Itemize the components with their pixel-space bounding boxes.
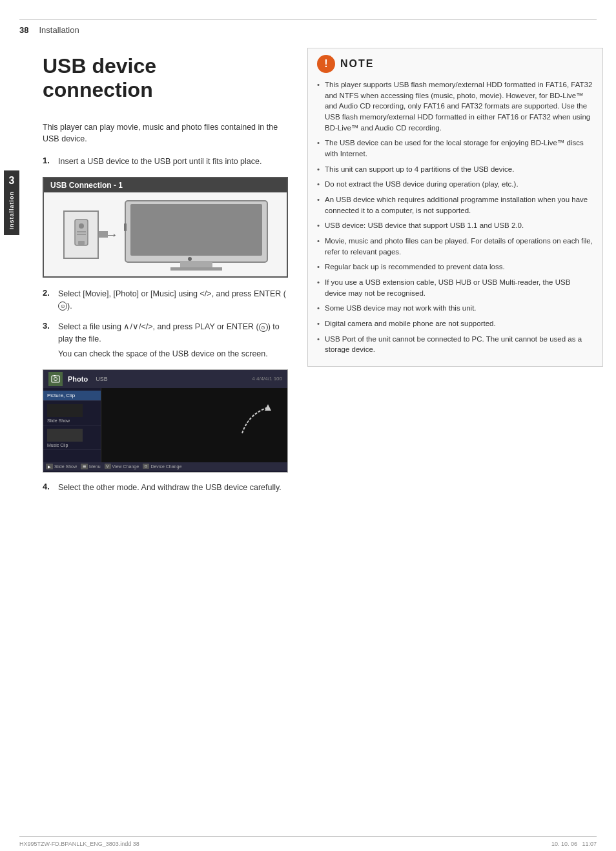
section-title: USB deviceconnection: [43, 54, 288, 102]
note-header: ! NOTE: [317, 55, 593, 73]
page-number: 38: [19, 25, 28, 35]
photo-body: Picture, Clip Slide Show Music Clip: [43, 388, 287, 462]
connection-arrow: →: [105, 227, 118, 241]
main-content: 3 Installation USB deviceconnection This…: [0, 41, 616, 676]
tv-svg: [119, 198, 274, 275]
note-icon: !: [317, 55, 335, 73]
photo-footer-menu: ☰ Menu: [81, 464, 101, 469]
photo-arrow-indicator: [236, 401, 274, 442]
svg-rect-11: [52, 376, 59, 382]
chapter-number: 3: [9, 176, 15, 186]
step-4-text: Select the other mode. And withdraw the …: [58, 482, 282, 494]
photo-footer-view: V View Change: [105, 464, 139, 469]
svg-point-9: [188, 257, 192, 261]
left-column: USB deviceconnection This player can pla…: [23, 41, 301, 676]
note-title: NOTE: [340, 58, 374, 70]
step-3: 3. Select a file using ∧/∨/</>, and pres…: [43, 321, 288, 360]
arrow-svg: [236, 401, 274, 440]
note-item-1: This player supports USB flash memory/ex…: [317, 79, 593, 133]
svg-rect-10: [124, 223, 127, 231]
note-item-11: Digital camera and mobile phone are not …: [317, 318, 593, 329]
page-wrapper: 38 Installation 3 Installation USB devic…: [0, 0, 616, 851]
photo-footer-slideshow: ▶ Slide Show: [46, 464, 77, 469]
note-item-3: This unit can support up to 4 partitions…: [317, 164, 593, 175]
header-row: 38 Installation: [0, 20, 616, 35]
note-item-5: An USB device which requires additional …: [317, 194, 593, 216]
step-1-num: 1.: [43, 156, 56, 168]
note-item-8: Regular back up is recommended to preven…: [317, 261, 593, 272]
key-menu: ☰: [81, 464, 88, 469]
page-footer: HX995TZW-FD.BPANLLK_ENG_3803.indd 38 10.…: [19, 836, 597, 851]
note-item-4: Do not extract the USB device during ope…: [317, 179, 593, 190]
photo-stats: 4 4/4/4/1 100: [252, 376, 282, 382]
step-3-text: Select a file using ∧/∨/</>, and press P…: [58, 321, 288, 360]
key-device: D: [143, 464, 149, 469]
svg-marker-14: [265, 404, 271, 411]
chapter-title: Installation: [39, 25, 79, 35]
step-1: 1. Insert a USB device to the USB port u…: [43, 156, 288, 168]
note-item-2: The USB device can be used for the local…: [317, 138, 593, 159]
step-3-num: 3.: [43, 321, 56, 360]
step-2-num: 2.: [43, 288, 56, 313]
photo-header-bar: Photo USB 4 4/4/4/1 100: [43, 370, 287, 388]
key-view: V: [105, 464, 111, 469]
step-4: 4. Select the other mode. And withdraw t…: [43, 482, 288, 494]
svg-point-12: [54, 377, 57, 380]
photo-sidebar-item-2: Slide Show: [43, 402, 101, 425]
step-1-text: Insert a USB device to the USB port unti…: [58, 156, 262, 168]
svg-rect-6: [130, 204, 262, 256]
photo-title: Photo: [68, 375, 88, 383]
photo-footer-bar: ▶ Slide Show ☰ Menu V View Change D Devi…: [43, 462, 287, 471]
usb-connection-header: USB Connection - 1: [44, 178, 287, 192]
tv-shape: [119, 198, 274, 276]
photo-footer-device: D Device Change: [143, 464, 181, 469]
chapter-label: Installation: [8, 191, 15, 230]
step-2-text: Select [Movie], [Photo] or [Music] using…: [58, 288, 288, 313]
svg-rect-13: [54, 375, 56, 376]
step-4-num: 4.: [43, 482, 56, 494]
usb-connection-diagram: →: [44, 192, 287, 276]
svg-point-2: [79, 223, 84, 229]
photo-screenshot: Photo USB 4 4/4/4/1 100 Picture, Clip Sl…: [43, 369, 288, 473]
svg-rect-4: [77, 234, 86, 235]
svg-rect-8: [170, 267, 222, 271]
photo-sidebar-item-1: Picture, Clip: [43, 391, 101, 401]
photo-sidebar-item-3: Music Clip: [43, 427, 101, 450]
usb-drive-icon: [72, 218, 91, 251]
note-list: This player supports USB flash memory/ex…: [317, 79, 593, 355]
svg-rect-1: [78, 241, 85, 245]
footer-timestamp: 10. 10. 06 11:07: [551, 841, 597, 847]
svg-rect-7: [180, 262, 212, 267]
usb-device-shape: [63, 210, 99, 259]
side-tab: 3 Installation: [0, 41, 23, 676]
usb-connection-box: USB Connection - 1: [43, 177, 288, 278]
note-box: ! NOTE This player supports USB flash me…: [307, 48, 603, 367]
intro-text: This player can play movie, music and ph…: [43, 121, 288, 146]
note-item-6: USB device: USB device that support USB …: [317, 220, 593, 231]
photo-main-area: [101, 388, 287, 462]
photo-icon: [48, 372, 63, 386]
svg-rect-3: [77, 231, 86, 232]
note-item-10: Some USB device may not work with this u…: [317, 303, 593, 314]
photo-icon-svg: [51, 374, 60, 384]
note-item-7: Movie, music and photo files can be play…: [317, 236, 593, 257]
chapter-tab: 3 Installation: [4, 170, 19, 235]
note-item-9: If you use a USB extension cable, USB HU…: [317, 277, 593, 298]
content-spacer: [0, 676, 616, 836]
right-column: ! NOTE This player supports USB flash me…: [301, 41, 616, 676]
key-play: ▶: [46, 464, 53, 469]
note-item-12: USB Port of the unit cannot be connected…: [317, 334, 593, 355]
step-2: 2. Select [Movie], [Photo] or [Music] us…: [43, 288, 288, 313]
footer-filename: HX995TZW-FD.BPANLLK_ENG_3803.indd 38: [19, 841, 139, 847]
photo-source: USB: [96, 376, 108, 382]
photo-sidebar: Picture, Clip Slide Show Music Clip: [43, 388, 101, 462]
